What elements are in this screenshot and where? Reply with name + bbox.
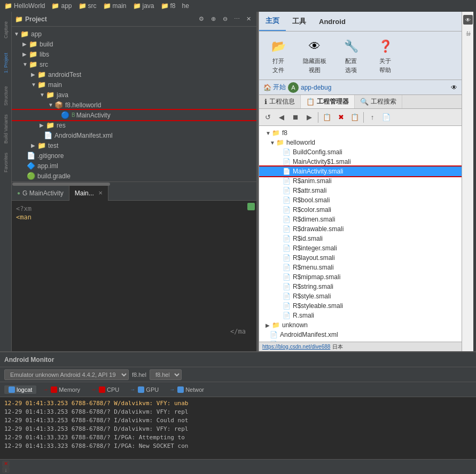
file-item-rsstring[interactable]: 📄 R$string.smali: [259, 282, 462, 291]
fm-up-btn[interactable]: ↑: [366, 111, 379, 124]
sub-tab-project-manager[interactable]: 📋 工程管理器: [301, 95, 355, 108]
file-item-mainactivity1[interactable]: 📄 MainActivity$1.smali: [259, 157, 462, 167]
file-item-androidmanifestxml[interactable]: 📄 AndroidManifest.xml: [259, 330, 462, 339]
monitor-tab-logcat[interactable]: logcat: [4, 385, 36, 394]
file-item-rsinteger[interactable]: 📄 R$integer.smali: [259, 243, 462, 253]
tree-item-mainactivity[interactable]: 🔵 B MainActivity: [12, 110, 256, 120]
editor-tab-mainactivity[interactable]: ● G MainActivity: [12, 186, 69, 201]
ribbon-btn-config[interactable]: 🔧 配置 选项: [336, 35, 366, 76]
file-label: f8: [282, 129, 287, 137]
tree-item-java[interactable]: ▼ 📁 java: [12, 90, 256, 100]
tree-item-test[interactable]: ▶ 📁 test: [12, 140, 256, 151]
structure-tab[interactable]: Structure: [1, 80, 11, 112]
tree-item-package[interactable]: ▼ 📦 f8.helloworld: [12, 100, 256, 110]
sub-tab-project-info[interactable]: ℹ 工程信息: [259, 95, 301, 108]
bottom-title: Android Monitor: [4, 356, 54, 364]
tree-item-libs[interactable]: ▶ 📁 libs: [12, 49, 256, 59]
url-link[interactable]: https://blog.csdn.net/dive688: [262, 344, 330, 350]
fm-paste-btn[interactable]: 📋: [348, 111, 361, 124]
capture-tab[interactable]: Capture: [1, 14, 11, 46]
sub-tab-project-search[interactable]: 🔍 工程搜索: [355, 95, 402, 108]
fm-stop-btn[interactable]: ⏹: [289, 111, 302, 124]
file-item-mainactivitysmali[interactable]: 📄 MainActivity.smali: [259, 167, 462, 176]
tree-item-build1[interactable]: ▶ 📁 build: [12, 39, 256, 49]
tab-f8[interactable]: 📁 f8: [161, 2, 176, 10]
file-item-rscolor[interactable]: 📄 R$color.smali: [259, 205, 462, 215]
folder-icon: 📁: [161, 2, 169, 10]
project-tab[interactable]: 1: Project: [1, 47, 11, 79]
file-item-rsdrawable[interactable]: 📄 R$drawable.smali: [259, 224, 462, 234]
eye-toggle[interactable]: 👁: [451, 84, 457, 91]
tree-item-gitignore1[interactable]: 📄 .gitignore: [12, 151, 256, 161]
tab-java[interactable]: 📁 java: [133, 2, 154, 10]
tree-item-main[interactable]: ▼ 📁 main: [12, 80, 256, 90]
fm-copy-btn[interactable]: 📋: [321, 111, 333, 124]
ribbon-btn-open[interactable]: 📂 打开 文件: [263, 35, 293, 76]
ribbon-btn-hide[interactable]: 👁 隐藏面板 视图: [298, 35, 332, 76]
file-icon: 📄: [283, 293, 291, 300]
tree-item-androidtest[interactable]: ▶ 📁 androidTest: [12, 69, 256, 80]
toolbar-more-btn[interactable]: ⋯: [232, 14, 241, 24]
device-select[interactable]: Emulator unknown Android 4.4.2, API 19: [4, 369, 129, 380]
file-item-rsid[interactable]: 📄 R$id.smali: [259, 234, 462, 243]
file-icon: 📄: [283, 177, 291, 185]
file-item-rsattr[interactable]: 📄 R$attr.smali: [259, 186, 462, 195]
tab-android[interactable]: Android: [313, 12, 352, 31]
log-down-btn[interactable]: ↓: [2, 467, 10, 473]
file-item-rsstyle[interactable]: 📄 R$style.smali: [259, 291, 462, 301]
editor-tab-main[interactable]: Main... ✕: [69, 186, 108, 201]
monitor-tab-cpu[interactable]: → CPU: [87, 385, 123, 394]
eye-icon-btn[interactable]: 👁: [463, 15, 473, 25]
tab-he[interactable]: he: [182, 2, 189, 10]
favorites-tab[interactable]: Favorites: [1, 146, 11, 178]
file-item-unknown[interactable]: ▶ 📁 unknown: [259, 320, 462, 330]
toolbar-close-btn[interactable]: ✕: [244, 14, 253, 24]
file-item-f8[interactable]: ▼ 📁 f8: [259, 128, 462, 138]
tree-item-app[interactable]: ▼ 📁 app: [12, 29, 256, 39]
tab-main[interactable]: 📁 main: [103, 2, 127, 10]
fm-delete-btn[interactable]: ✖: [334, 111, 347, 124]
tree-item-appiml[interactable]: 🔷 app.iml: [12, 161, 256, 171]
tree-item-src[interactable]: ▼ 📁 src: [12, 59, 256, 69]
toolbar-settings-btn[interactable]: ⚙: [197, 14, 206, 24]
breadcrumb-appdebug[interactable]: app-debug: [301, 84, 331, 91]
xml-icon: 📄: [44, 131, 52, 139]
monitor-tab-gpu[interactable]: → GPU: [126, 385, 163, 394]
file-item-r[interactable]: 📄 R.smali: [259, 311, 462, 320]
file-item-rsmipmap[interactable]: 📄 R$mipmap.smali: [259, 272, 462, 282]
close-icon[interactable]: ✕: [98, 190, 103, 196]
app-select[interactable]: f8.hel: [150, 369, 182, 380]
file-item-buildconfig[interactable]: 📄 BuildConfig.smali: [259, 147, 462, 157]
file-item-rsmenu[interactable]: 📄 R$menu.smali: [259, 263, 462, 272]
fm-forward-btn[interactable]: ▶: [303, 111, 316, 124]
editor-content[interactable]: <?xm <man </ma: [12, 201, 256, 351]
ribbon-btn-about[interactable]: ❓ 关于 帮助: [370, 35, 400, 76]
tree-item-buildgradle1[interactable]: 🟢 build.gradle: [12, 171, 256, 181]
tab-home[interactable]: 主页: [259, 12, 286, 31]
log-line: 12-29 01:41:33.253 6788-6788/? D/dalvikv…: [4, 425, 472, 433]
breadcrumb-home[interactable]: 🏠 开始: [263, 83, 286, 92]
tree-item-res[interactable]: ▶ 📁 res: [12, 120, 256, 130]
toolbar-expand-btn[interactable]: ⊕: [208, 14, 218, 24]
file-item-rsstyleable[interactable]: 📄 R$styleable.smali: [259, 301, 462, 311]
file-item-rsanim[interactable]: 📄 R$anim.smali: [259, 176, 462, 186]
row-number-tab[interactable]: 行号: [463, 27, 473, 53]
monitor-tab-memory[interactable]: → Memory: [38, 385, 84, 394]
monitor-tab-network[interactable]: → Networ: [165, 385, 208, 394]
file-item-rsdim[interactable]: 📄 R$dimen.smali: [259, 215, 462, 224]
file-item-rslayout[interactable]: 📄 R$layout.smali: [259, 253, 462, 263]
fm-refresh-btn[interactable]: ↺: [261, 111, 274, 124]
log-clear-btn[interactable]: ✕: [2, 461, 10, 467]
tab-app[interactable]: 📁 app: [51, 2, 72, 10]
file-item-helloworld[interactable]: ▼ 📁 helloworld: [259, 138, 462, 147]
tree-arrow: ▶: [31, 72, 37, 77]
tab-src[interactable]: 📁 src: [79, 2, 97, 10]
toolbar-collapse-btn[interactable]: ⊖: [220, 14, 230, 24]
fm-back-btn[interactable]: ◀: [275, 111, 288, 124]
log-area[interactable]: 12-29 01:41:33.253 6788-6788/? W/dalvikv…: [0, 397, 476, 459]
file-item-rsbool[interactable]: 📄 R$bool.smali: [259, 195, 462, 205]
tree-item-androidmanifest[interactable]: 📄 AndroidManifest.xml: [12, 130, 256, 140]
tab-tools[interactable]: 工具: [286, 12, 313, 31]
build-variants-tab[interactable]: Build Variants: [1, 113, 11, 145]
fm-newfile-btn[interactable]: 📄: [380, 111, 393, 124]
